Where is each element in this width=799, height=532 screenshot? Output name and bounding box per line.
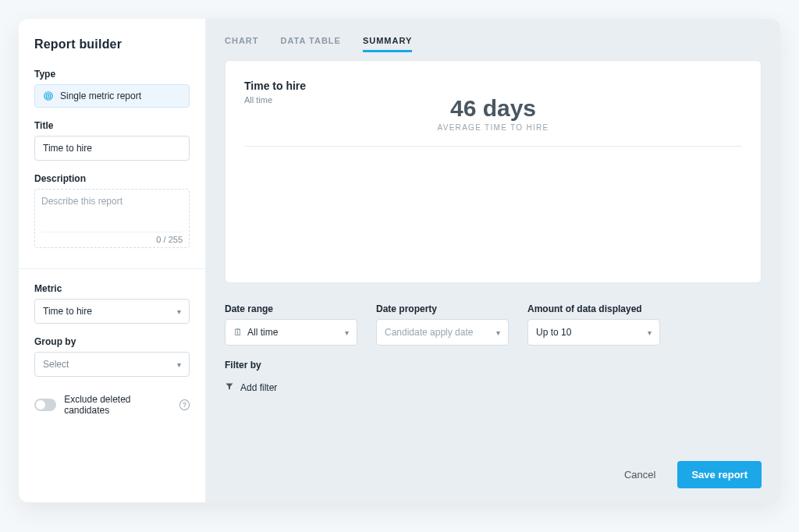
- date-range-field: Date range 🗓All time ▾: [225, 303, 357, 346]
- chevron-down-icon: ▾: [177, 307, 181, 316]
- tabs: CHART DATA TABLE SUMMARY: [225, 19, 762, 60]
- groupby-field: Group by Select ▾: [34, 336, 190, 377]
- main-panel: CHART DATA TABLE SUMMARY Time to hire Al…: [206, 19, 780, 502]
- groupby-placeholder: Select: [43, 359, 69, 370]
- type-label: Type: [34, 69, 190, 80]
- controls-row: Date range 🗓All time ▾ Date property Can…: [225, 303, 762, 346]
- chevron-down-icon: ▾: [496, 328, 500, 337]
- footer-actions: Cancel Save report: [616, 461, 762, 488]
- groupby-select[interactable]: Select ▾: [34, 352, 190, 377]
- metric-label: AVERAGE TIME TO HIRE: [244, 123, 742, 132]
- sidebar: Report builder Type Single metric report…: [19, 19, 206, 502]
- description-label: Description: [34, 173, 190, 184]
- target-icon: [43, 90, 54, 101]
- chevron-down-icon: ▾: [345, 328, 349, 337]
- filter-by-label: Filter by: [225, 360, 762, 371]
- metric-label: Metric: [34, 283, 190, 294]
- description-field: Description 0 / 255: [34, 173, 190, 248]
- groupby-label: Group by: [34, 336, 190, 347]
- svg-point-2: [48, 95, 48, 96]
- tab-data-table[interactable]: DATA TABLE: [281, 36, 341, 52]
- exclude-deleted-row: Exclude deleted candidates ?: [34, 394, 190, 416]
- metric-select[interactable]: Time to hire ▾: [34, 299, 190, 324]
- metric-block: 46 days AVERAGE TIME TO HIRE: [244, 95, 742, 132]
- amount-field: Amount of data displayed Up to 10 ▾: [527, 303, 660, 346]
- filter-icon: [225, 381, 234, 393]
- calendar-icon: 🗓: [233, 327, 243, 338]
- sidebar-divider: [19, 268, 205, 269]
- report-builder-window: Report builder Type Single metric report…: [19, 19, 780, 502]
- summary-card: Time to hire All time 46 days AVERAGE TI…: [225, 60, 762, 283]
- amount-value: Up to 10: [536, 327, 571, 338]
- card-divider: [244, 146, 742, 147]
- exclude-deleted-toggle[interactable]: [34, 399, 56, 411]
- tab-summary[interactable]: SUMMARY: [363, 36, 412, 52]
- tab-chart[interactable]: CHART: [225, 36, 259, 52]
- date-property-field: Date property Candidate apply date ▾: [376, 303, 509, 346]
- type-value: Single metric report: [60, 90, 141, 101]
- type-field: Type Single metric report: [34, 69, 190, 108]
- date-property-label: Date property: [376, 303, 509, 314]
- title-label: Title: [34, 120, 190, 131]
- description-counter: 0 / 255: [41, 232, 183, 244]
- date-range-label: Date range: [225, 303, 357, 314]
- chevron-down-icon: ▾: [648, 328, 652, 337]
- amount-select[interactable]: Up to 10 ▾: [527, 319, 660, 346]
- metric-value: 46 days: [244, 95, 742, 122]
- date-property-value: Candidate apply date: [385, 327, 473, 338]
- save-report-button[interactable]: Save report: [677, 461, 762, 488]
- card-title: Time to hire: [244, 80, 742, 92]
- title-input[interactable]: [34, 136, 190, 161]
- type-select[interactable]: Single metric report: [34, 84, 190, 108]
- amount-label: Amount of data displayed: [527, 303, 660, 314]
- add-filter-button[interactable]: Add filter: [225, 377, 762, 398]
- cancel-button[interactable]: Cancel: [616, 463, 663, 487]
- help-icon[interactable]: ?: [179, 399, 190, 410]
- date-range-value: All time: [247, 327, 278, 338]
- chevron-down-icon: ▾: [177, 360, 181, 369]
- filter-by-field: Filter by Add filter: [225, 360, 762, 398]
- exclude-deleted-label: Exclude deleted candidates: [64, 394, 172, 416]
- description-input[interactable]: [41, 196, 183, 230]
- date-property-select[interactable]: Candidate apply date ▾: [376, 319, 509, 346]
- metric-field: Metric Time to hire ▾: [34, 283, 190, 324]
- description-box: 0 / 255: [34, 189, 190, 248]
- sidebar-title: Report builder: [34, 37, 190, 51]
- title-field: Title: [34, 120, 190, 161]
- metric-value: Time to hire: [43, 306, 92, 317]
- date-range-select[interactable]: 🗓All time ▾: [225, 319, 357, 346]
- add-filter-label: Add filter: [240, 382, 277, 393]
